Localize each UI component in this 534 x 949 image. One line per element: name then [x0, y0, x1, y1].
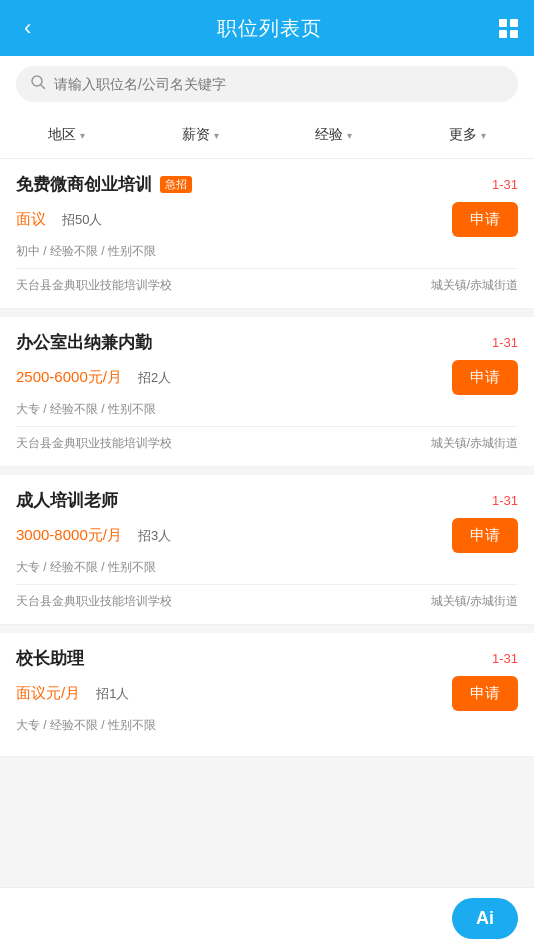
search-icon — [30, 74, 46, 94]
chevron-down-icon: ▾ — [481, 130, 486, 141]
apply-button[interactable]: 申请 — [452, 518, 518, 553]
apply-button[interactable]: 申请 — [452, 360, 518, 395]
job-location: 城关镇/赤城街道 — [431, 593, 518, 610]
job-tags: 大专 / 经验不限 / 性别不限 — [16, 401, 518, 418]
job-title-wrap: 成人培训老师 — [16, 489, 118, 512]
job-title: 成人培训老师 — [16, 489, 118, 512]
job-row-title: 校长助理 1-31 — [16, 647, 518, 670]
page-title: 职位列表页 — [217, 15, 322, 42]
filter-region-label: 地区 — [48, 126, 76, 144]
job-divider — [16, 268, 518, 269]
job-salary: 3000-8000元/月 — [16, 526, 122, 545]
filter-salary[interactable]: 薪资 ▾ — [134, 122, 268, 148]
job-title: 校长助理 — [16, 647, 84, 670]
search-input[interactable] — [54, 76, 504, 92]
job-tags: 大专 / 经验不限 / 性别不限 — [16, 559, 518, 576]
grid-icon — [510, 19, 518, 27]
filter-more-label: 更多 — [449, 126, 477, 144]
job-location: 城关镇/赤城街道 — [431, 277, 518, 294]
job-location: 城关镇/赤城街道 — [431, 435, 518, 452]
filter-region[interactable]: 地区 ▾ — [0, 122, 134, 148]
job-salary-wrap: 2500-6000元/月 招2人 — [16, 368, 171, 387]
chevron-down-icon: ▾ — [80, 130, 85, 141]
search-input-wrap — [16, 66, 518, 102]
header: ‹ 职位列表页 — [0, 0, 534, 56]
grid-menu-button[interactable] — [499, 19, 518, 38]
job-salary-wrap: 面议元/月 招1人 — [16, 684, 129, 703]
filter-bar: 地区 ▾ 薪资 ▾ 经验 ▾ 更多 ▾ — [0, 112, 534, 159]
back-button[interactable]: ‹ — [16, 11, 39, 45]
filter-more[interactable]: 更多 ▾ — [401, 122, 535, 148]
filter-salary-label: 薪资 — [182, 126, 210, 144]
job-salary-wrap: 3000-8000元/月 招3人 — [16, 526, 171, 545]
bottom-bar: Ai — [0, 887, 534, 949]
job-row-salary: 3000-8000元/月 招3人 申请 — [16, 518, 518, 553]
job-salary: 面议元/月 — [16, 684, 80, 703]
job-count: 招1人 — [96, 685, 129, 703]
job-tags: 初中 / 经验不限 / 性别不限 — [16, 243, 518, 260]
job-date: 1-31 — [492, 335, 518, 350]
job-company: 天台县金典职业技能培训学校 — [16, 593, 172, 610]
job-salary-wrap: 面议 招50人 — [16, 210, 102, 229]
job-salary: 2500-6000元/月 — [16, 368, 122, 387]
job-company: 天台县金典职业技能培训学校 — [16, 435, 172, 452]
svg-line-1 — [41, 85, 45, 89]
job-company: 天台县金典职业技能培训学校 — [16, 277, 172, 294]
job-row-title: 成人培训老师 1-31 — [16, 489, 518, 512]
apply-button[interactable]: 申请 — [452, 202, 518, 237]
job-company-row: 天台县金典职业技能培训学校 城关镇/赤城街道 — [16, 435, 518, 452]
job-card: 成人培训老师 1-31 3000-8000元/月 招3人 申请 大专 / 经验不… — [0, 467, 534, 625]
job-card: 免费微商创业培训 急招 1-31 面议 招50人 申请 初中 / 经验不限 / … — [0, 159, 534, 309]
chevron-down-icon: ▾ — [214, 130, 219, 141]
job-row-title: 办公室出纳兼内勤 1-31 — [16, 331, 518, 354]
job-company-row: 天台县金典职业技能培训学校 城关镇/赤城街道 — [16, 277, 518, 294]
job-date: 1-31 — [492, 651, 518, 666]
apply-button[interactable]: 申请 — [452, 676, 518, 711]
filter-experience-label: 经验 — [315, 126, 343, 144]
filter-experience[interactable]: 经验 ▾ — [267, 122, 401, 148]
job-title-wrap: 办公室出纳兼内勤 — [16, 331, 152, 354]
job-divider — [16, 426, 518, 427]
job-date: 1-31 — [492, 493, 518, 508]
job-card: 校长助理 1-31 面议元/月 招1人 申请 大专 / 经验不限 / 性别不限 — [0, 625, 534, 757]
job-tags: 大专 / 经验不限 / 性别不限 — [16, 717, 518, 734]
job-row-title: 免费微商创业培训 急招 1-31 — [16, 173, 518, 196]
job-salary: 面议 — [16, 210, 46, 229]
search-bar — [0, 56, 534, 112]
job-count: 招2人 — [138, 369, 171, 387]
grid-icon — [510, 30, 518, 38]
job-title: 免费微商创业培训 — [16, 173, 152, 196]
job-row-salary: 面议 招50人 申请 — [16, 202, 518, 237]
ai-button[interactable]: Ai — [452, 898, 518, 939]
job-date: 1-31 — [492, 177, 518, 192]
job-row-salary: 2500-6000元/月 招2人 申请 — [16, 360, 518, 395]
job-company-row: 天台县金典职业技能培训学校 城关镇/赤城街道 — [16, 593, 518, 610]
job-title-wrap: 免费微商创业培训 急招 — [16, 173, 192, 196]
job-count: 招3人 — [138, 527, 171, 545]
grid-icon — [499, 19, 507, 27]
job-title-wrap: 校长助理 — [16, 647, 84, 670]
job-count: 招50人 — [62, 211, 102, 229]
job-row-salary: 面议元/月 招1人 申请 — [16, 676, 518, 711]
grid-icon — [499, 30, 507, 38]
job-title: 办公室出纳兼内勤 — [16, 331, 152, 354]
job-list: 免费微商创业培训 急招 1-31 面议 招50人 申请 初中 / 经验不限 / … — [0, 159, 534, 757]
urgent-badge: 急招 — [160, 176, 192, 193]
job-card: 办公室出纳兼内勤 1-31 2500-6000元/月 招2人 申请 大专 / 经… — [0, 309, 534, 467]
job-divider — [16, 584, 518, 585]
chevron-down-icon: ▾ — [347, 130, 352, 141]
